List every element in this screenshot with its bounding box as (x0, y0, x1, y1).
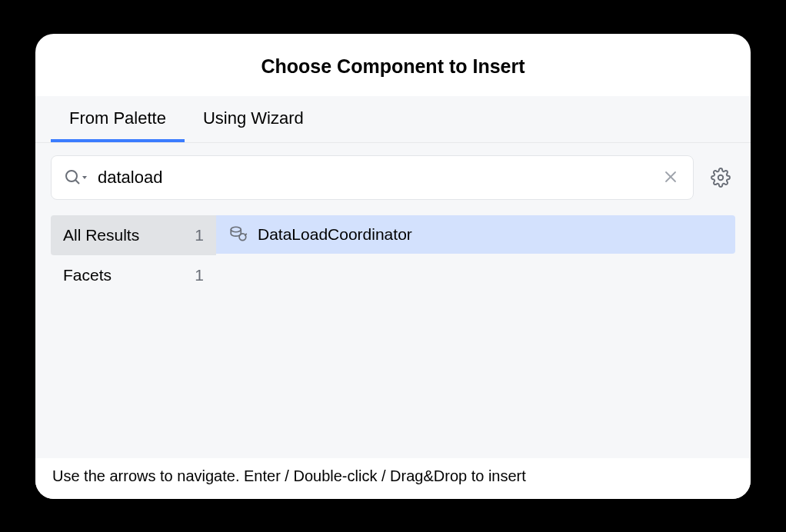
category-label: All Results (63, 226, 139, 244)
search-input[interactable] (98, 168, 651, 188)
result-label: DataLoadCoordinator (258, 225, 412, 244)
svg-point-5 (231, 227, 241, 232)
search-box (51, 155, 694, 200)
category-count: 1 (195, 266, 204, 284)
svg-line-1 (75, 180, 79, 184)
category-count: 1 (195, 226, 204, 244)
dialog-title: Choose Component to Insert (35, 34, 751, 96)
clear-icon[interactable] (661, 165, 681, 190)
svg-point-4 (718, 175, 724, 180)
tab-using-wizard[interactable]: Using Wizard (185, 96, 322, 142)
result-item[interactable]: DataLoadCoordinator (216, 215, 735, 254)
search-row (35, 143, 751, 212)
categories-list: All Results 1 Facets 1 (51, 215, 216, 458)
content-area: All Results 1 Facets 1 DataLoadCoordin (35, 212, 751, 458)
category-facets[interactable]: Facets 1 (51, 255, 216, 295)
category-label: Facets (63, 266, 112, 284)
tab-label: From Palette (69, 108, 166, 128)
tab-from-palette[interactable]: From Palette (51, 96, 185, 142)
results-list: DataLoadCoordinator (216, 215, 735, 458)
settings-button[interactable] (706, 163, 735, 192)
choose-component-dialog: Choose Component to Insert From Palette … (35, 34, 751, 499)
category-all-results[interactable]: All Results 1 (51, 215, 216, 255)
data-coordinator-icon (228, 224, 248, 244)
footer-hint: Use the arrows to navigate. Enter / Doub… (35, 458, 751, 499)
svg-point-0 (66, 171, 77, 181)
tabs: From Palette Using Wizard (35, 96, 751, 142)
search-icon (64, 168, 88, 187)
tabs-section: From Palette Using Wizard (35, 96, 751, 143)
tab-label: Using Wizard (203, 108, 304, 128)
